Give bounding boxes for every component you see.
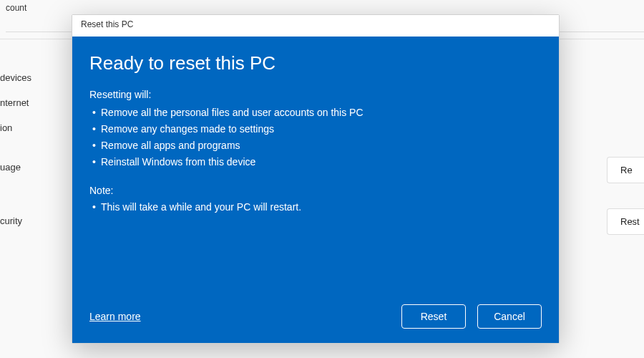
dialog-footer: Learn more Reset Cancel [89,304,542,329]
sidebar-item-devices[interactable]: devices [0,65,59,90]
learn-more-link[interactable]: Learn more [89,311,141,322]
dialog-spacer [89,227,542,304]
dialog-body: Ready to reset this PC Resetting will: R… [72,37,559,343]
sidebar-item-security[interactable]: curity [0,208,59,233]
reset-pc-dialog: Reset this PC Ready to reset this PC Res… [72,14,560,344]
resetting-bullet: Reinstall Windows from this device [89,154,542,170]
sidebar-item-blank2 [0,180,59,194]
sidebar-item-blank3 [0,194,59,208]
note-label: Note: [89,185,542,196]
resetting-bullet: Remove all the personal files and user a… [89,105,542,121]
sidebar-item-language[interactable]: uage [0,155,59,180]
reset-button-fragment-1[interactable]: Re [607,157,644,183]
settings-sidebar: devices nternet ion uage curity [0,39,59,358]
note-bullet: This will take a while and your PC will … [89,199,542,216]
account-label-fragment: count [6,3,644,13]
resetting-bullet: Remove all apps and programs [89,137,542,154]
sidebar-item-blank1 [0,140,59,155]
note-bullet-list: This will take a while and your PC will … [89,199,542,216]
cancel-button[interactable]: Cancel [477,304,542,329]
reset-button[interactable]: Reset [401,304,466,329]
resetting-label: Resetting will: [89,89,542,100]
dialog-titlebar: Reset this PC [72,15,559,37]
sidebar-item-internet[interactable]: nternet [0,90,59,115]
resetting-bullet-list: Remove all the personal files and user a… [89,105,542,170]
resetting-bullet: Remove any changes made to settings [89,121,542,137]
sidebar-item-personalization[interactable]: ion [0,115,59,140]
reset-button-fragment-2[interactable]: Rest [607,208,644,235]
dialog-heading: Ready to reset this PC [89,52,542,74]
